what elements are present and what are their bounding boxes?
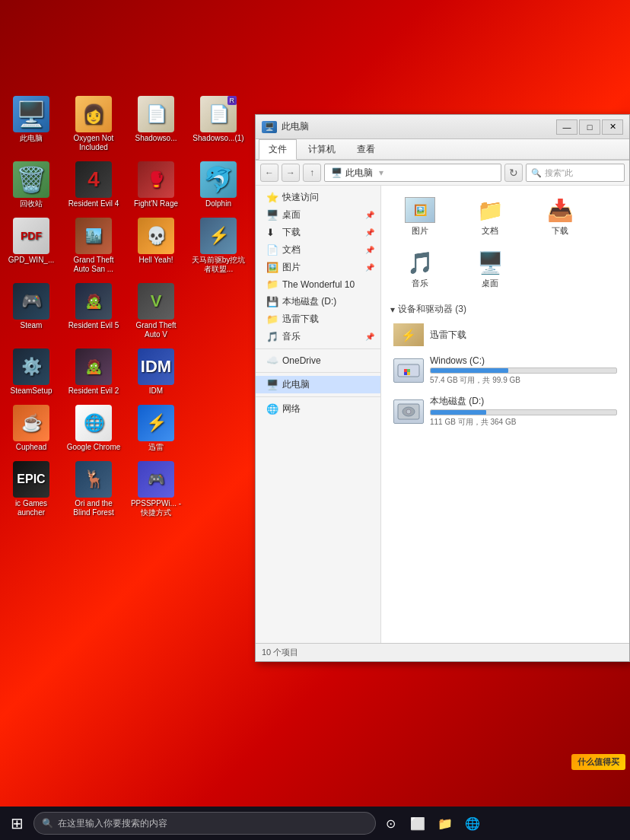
local-d-nav-icon: 💾 bbox=[266, 296, 278, 308]
nav-onedrive-label: OneDrive bbox=[282, 355, 321, 366]
desktop-icon-gtasa[interactable]: 🏙️ Grand Theft Auto San ... bbox=[62, 213, 125, 278]
svg-rect-4 bbox=[404, 372, 407, 375]
desktop-icon-re4[interactable]: 4 Resident Evil 4 bbox=[62, 157, 125, 213]
desktop-icon-recycle[interactable]: 🗑️ 回收站 bbox=[0, 157, 62, 213]
documents-nav-icon: 📄 bbox=[266, 244, 278, 256]
nav-wonderful10[interactable]: 📁 The Wonderful 10 bbox=[256, 276, 380, 293]
folders-area: 🖼️ 图片 📁 文档 📥 下载 🎵 音乐 bbox=[384, 189, 626, 295]
download-nav-icon: ⬇ bbox=[266, 227, 278, 239]
ori-icon: 🦌 bbox=[75, 461, 112, 498]
desktop-icon-ori[interactable]: 🦌 Ori and the Blind Forest bbox=[62, 457, 125, 522]
onedrive-nav-icon: ☁️ bbox=[266, 355, 278, 367]
desktop-icon-re5[interactable]: 🧟 Resident Evil 5 bbox=[62, 278, 125, 344]
desktop-icon-oxygen[interactable]: 👩 Oxygen Not Included bbox=[62, 91, 125, 157]
explorer-window-icon: 🖥️ bbox=[262, 121, 277, 133]
desktop-icon-steamsetup[interactable]: ⚙️ SteamSetup bbox=[0, 344, 62, 400]
desktop-icon-xunlei[interactable]: ⚡ 迅雷 bbox=[125, 400, 187, 457]
desktop-icon-re2[interactable]: 🧟 Resident Evil 2 bbox=[62, 344, 125, 400]
tab-view[interactable]: 查看 bbox=[347, 139, 385, 159]
forward-button[interactable]: → bbox=[282, 164, 300, 182]
desktop-icon-empty4 bbox=[187, 457, 250, 522]
taskbar-multitask-icon[interactable]: ⬜ bbox=[406, 812, 429, 835]
drive-item-d[interactable]: 本地磁盘 (D:) 111 GB 可用，共 364 GB bbox=[390, 390, 620, 432]
nav-network-label: 网络 bbox=[282, 402, 301, 415]
address-field[interactable]: 🖥️ 此电脑 ▾ bbox=[324, 164, 501, 182]
desktop-icon-steam[interactable]: 🎮 Steam bbox=[0, 278, 62, 344]
drive-item-xunlei[interactable]: ⚡ 迅雷下载 bbox=[390, 319, 620, 351]
start-button[interactable]: ⊞ bbox=[3, 810, 30, 837]
nav-this-pc[interactable]: 🖥️ 此电脑 bbox=[256, 376, 380, 393]
refresh-button[interactable]: ↻ bbox=[504, 164, 523, 182]
desktop-icon-fightrage[interactable]: 🥊 Fight'N Rage bbox=[125, 157, 187, 213]
desktop-icon-epic[interactable]: EPIC ic Games auncher bbox=[0, 457, 62, 522]
c-drive-bar-fill bbox=[431, 368, 508, 373]
up-button[interactable]: ↑ bbox=[303, 164, 321, 182]
music-nav-icon: 🎵 bbox=[266, 331, 278, 343]
title-buttons: — □ ✕ bbox=[556, 119, 623, 135]
file-item-desktop[interactable]: 🖥️ 桌面 bbox=[456, 243, 524, 294]
nav-divider-3 bbox=[256, 396, 380, 397]
desktop-icon-gtav[interactable]: V Grand Theft Auto V bbox=[125, 278, 187, 344]
tab-computer[interactable]: 计算机 bbox=[298, 139, 345, 159]
nav-onedrive[interactable]: ☁️ OneDrive bbox=[256, 352, 380, 369]
icon-row-2: PDF GPD_WIN_... 🏙️ Grand Theft Auto San … bbox=[0, 213, 251, 278]
desktop-icon-empty3 bbox=[187, 400, 250, 457]
desktop-icon-hellyeah[interactable]: 💀 Hell Yeah! bbox=[125, 213, 187, 278]
desktop-icon-dolphin[interactable]: 🐬 Dolphin bbox=[187, 157, 250, 213]
nav-local-d-label: 本地磁盘 (D:) bbox=[282, 295, 336, 308]
desktop-icon-zhijidian[interactable]: 🖥️ 此电脑 bbox=[0, 91, 62, 157]
nav-local-d[interactable]: 💾 本地磁盘 (D:) bbox=[256, 293, 380, 310]
desktop-icon-shadow1[interactable]: 📄 Shadowso... bbox=[125, 91, 187, 157]
nav-pictures[interactable]: 🖼️ 图片 📌 bbox=[256, 259, 380, 276]
desktop-icon-tianjian[interactable]: ⚡ 天马前驱by挖坑者联盟... bbox=[187, 213, 250, 278]
file-item-music[interactable]: 🎵 音乐 bbox=[386, 243, 454, 294]
svg-rect-2 bbox=[404, 369, 407, 372]
file-item-pictures[interactable]: 🖼️ 图片 bbox=[386, 190, 454, 241]
nav-music[interactable]: 🎵 音乐 📌 bbox=[256, 328, 380, 345]
file-item-documents[interactable]: 📁 文档 bbox=[456, 190, 524, 241]
c-drive-bar-bg bbox=[430, 368, 617, 374]
minimize-button[interactable]: — bbox=[556, 119, 578, 135]
nav-desktop[interactable]: 🖥️ 桌面 📌 bbox=[256, 206, 380, 224]
nav-quick-access-label: 快速访问 bbox=[282, 191, 319, 204]
title-bar: 🖥️ 此电脑 — □ ✕ bbox=[256, 115, 629, 139]
steamsetup-icon: ⚙️ bbox=[13, 348, 49, 385]
devices-collapse-icon[interactable]: ▾ bbox=[390, 304, 395, 315]
desktop-icon-idm[interactable]: IDM IDM bbox=[125, 344, 187, 400]
maximize-button[interactable]: □ bbox=[579, 119, 600, 135]
nav-xunlei-dl[interactable]: 📁 迅雷下载 bbox=[256, 310, 380, 328]
back-button[interactable]: ← bbox=[260, 164, 278, 182]
desktop-icon-ppsspp[interactable]: 🎮 PPSSPPWi... - 快捷方式 bbox=[125, 457, 187, 522]
address-bar: ← → ↑ 🖥️ 此电脑 ▾ ↻ 🔍 搜索"此 bbox=[256, 161, 629, 186]
desktop-icon-gpd[interactable]: PDF GPD_WIN_... bbox=[0, 213, 62, 278]
drive-item-c[interactable]: Windows (C:) 57.4 GB 可用，共 99.9 GB bbox=[390, 351, 620, 390]
windows-drive-icon bbox=[393, 358, 424, 383]
dolphin-icon: 🐬 bbox=[200, 161, 237, 198]
taskbar-cortana-icon[interactable]: ⊙ bbox=[379, 812, 402, 835]
desktop-icon-cuphead[interactable]: ☕ Cuphead bbox=[0, 400, 62, 457]
ribbon: 文件 计算机 查看 bbox=[256, 139, 629, 161]
taskbar-search[interactable]: 🔍 在这里输入你要搜索的内容 bbox=[33, 812, 376, 835]
nav-download-label: 下载 bbox=[282, 226, 301, 239]
search-field[interactable]: 🔍 搜索"此 bbox=[526, 164, 625, 182]
desktop-icon-shadow2[interactable]: 📄 R Shadowso...(1) bbox=[187, 91, 250, 157]
nav-this-pc-label: 此电脑 bbox=[282, 378, 310, 391]
address-dropdown-icon[interactable]: ▾ bbox=[379, 167, 383, 178]
re5-icon: 🧟 bbox=[75, 283, 112, 320]
taskbar-explorer-icon[interactable]: 📁 bbox=[434, 812, 457, 835]
pictures-pin-icon: 📌 bbox=[365, 263, 374, 272]
desktop-icon-chrome[interactable]: 🌐 Google Chrome bbox=[62, 400, 125, 457]
file-item-download[interactable]: 📥 下载 bbox=[526, 190, 594, 241]
gpd-icon: PDF bbox=[13, 218, 49, 254]
nav-pictures-label: 图片 bbox=[282, 261, 301, 274]
documents-pin-icon: 📌 bbox=[365, 246, 374, 254]
nav-download[interactable]: ⬇ 下载 📌 bbox=[256, 224, 380, 241]
tab-file[interactable]: 文件 bbox=[259, 139, 297, 160]
content-area: ⭐ 快速访问 🖥️ 桌面 📌 ⬇ 下载 📌 📄 文档 📌 bbox=[256, 186, 629, 643]
nav-documents[interactable]: 📄 文档 📌 bbox=[256, 241, 380, 259]
taskbar-chrome-icon[interactable]: 🌐 bbox=[461, 812, 484, 835]
nav-network[interactable]: 🌐 网络 bbox=[256, 400, 380, 418]
documents-file-name: 文档 bbox=[482, 225, 498, 237]
close-button[interactable]: ✕ bbox=[602, 119, 623, 135]
nav-quick-access-header: ⭐ 快速访问 bbox=[256, 189, 380, 206]
